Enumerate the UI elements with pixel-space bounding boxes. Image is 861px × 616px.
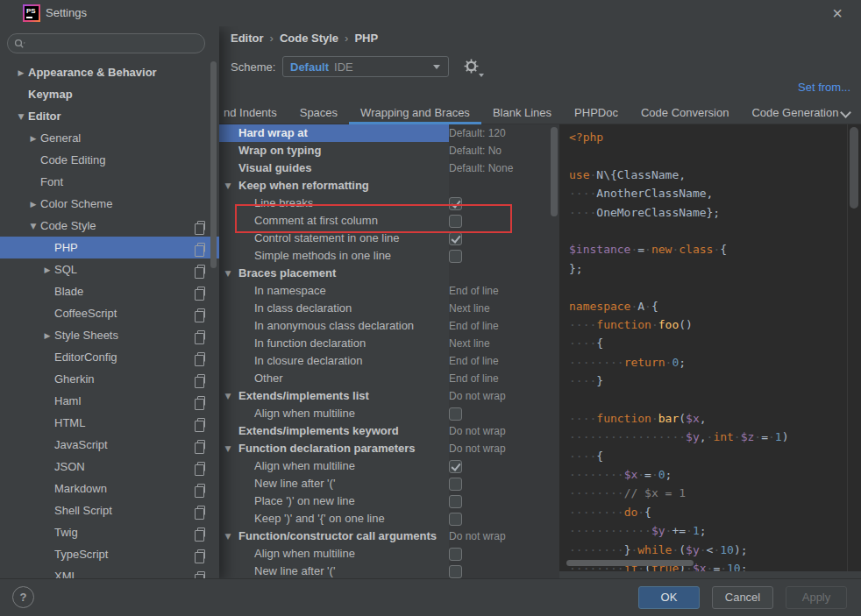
setting-value-cell: Default: 120 (449, 124, 559, 142)
tree-expand-arrow-icon[interactable]: ▶ (26, 194, 40, 216)
sidebar-item-code-editing[interactable]: Code Editing (0, 149, 219, 171)
sidebar-item-haml[interactable]: Haml (0, 390, 219, 412)
setting-row-extends-implements-keyword[interactable]: Extends/implements keywordDo not wrap (219, 422, 559, 440)
checkbox-align-when-multiline[interactable] (449, 460, 462, 473)
sidebar-item-javascript[interactable]: JavaScript (0, 434, 219, 456)
sidebar-item-label: Style Sheets (54, 329, 118, 342)
setting-row-new-line-after[interactable]: New line after '(' (219, 563, 559, 578)
sidebar-item-editor[interactable]: ▼Editor (0, 105, 219, 127)
help-button[interactable]: ? (12, 586, 34, 608)
tree-expand-arrow-icon[interactable]: ▶ (40, 325, 54, 347)
search-input[interactable] (30, 38, 188, 50)
setting-row-in-function-declaration[interactable]: In function declarationNext line (219, 335, 559, 352)
tab-nd-indents[interactable]: nd Indents (212, 102, 288, 124)
setting-row-align-when-multiline[interactable]: Align when multiline (219, 405, 559, 422)
sidebar-item-twig[interactable]: Twig (0, 521, 219, 543)
sidebar-item-code-style[interactable]: ▼Code Style (0, 215, 219, 237)
sidebar-item-xml[interactable]: XML (0, 565, 219, 578)
setting-row-other[interactable]: OtherEnd of line (219, 370, 559, 387)
setting-row-simple-methods-in-one-line[interactable]: Simple methods in one line (219, 247, 559, 265)
setting-row-new-line-after[interactable]: New line after '(' (219, 475, 559, 492)
checkbox-simple-methods-in-one-line[interactable] (449, 250, 462, 263)
sidebar-item-shell-script[interactable]: Shell Script (0, 499, 219, 521)
tree-expand-arrow-icon[interactable]: ▶ (26, 128, 40, 150)
sidebar-scrollbar[interactable] (210, 61, 217, 268)
checkbox-control-statement-in-one-line[interactable] (449, 232, 462, 245)
tab-code-conversion[interactable]: Code Conversion (630, 102, 740, 124)
tree-collapse-arrow-icon[interactable]: ▼ (223, 387, 233, 405)
sidebar-item-markdown[interactable]: Markdown (0, 478, 219, 499)
sidebar-item-blade[interactable]: Blade (0, 280, 219, 302)
tree-collapse-arrow-icon[interactable]: ▼ (223, 177, 233, 195)
tab-phpdoc[interactable]: PHPDoc (563, 102, 630, 124)
setting-row-align-when-multiline[interactable]: Align when multiline (219, 545, 559, 563)
sidebar-item-coffeescript[interactable]: CoffeeScript (0, 302, 219, 324)
setting-row-in-class-declaration[interactable]: In class declarationNext line (219, 300, 559, 317)
setting-row-comment-at-first-column[interactable]: Comment at first column (219, 212, 559, 230)
combo-dropdown-arrow-icon (433, 65, 440, 69)
sidebar-item-color-scheme[interactable]: ▶Color Scheme (0, 193, 219, 215)
setting-row-extends-implements-list[interactable]: ▼Extends/implements listDo not wrap (219, 387, 559, 405)
setting-row-in-namespace[interactable]: In namespaceEnd of line (219, 282, 559, 300)
checkbox-new-line-after[interactable] (449, 478, 462, 491)
setting-row-wrap-on-typing[interactable]: Wrap on typingDefault: No (219, 142, 559, 159)
checkbox-new-line-after[interactable] (449, 565, 462, 578)
sidebar-item-php[interactable]: PHP (0, 237, 219, 258)
sidebar-item-font[interactable]: Font (0, 171, 219, 193)
sidebar-item-json[interactable]: JSON (0, 456, 219, 478)
sidebar-item-gherkin[interactable]: Gherkin (0, 368, 219, 390)
setting-row-function-declaration-parameters[interactable]: ▼Function declaration parametersDo not w… (219, 440, 559, 457)
phpstorm-logo-icon: PS (23, 4, 40, 22)
tree-expand-arrow-icon[interactable]: ▶ (40, 259, 54, 281)
scheme-select[interactable]: Default IDE (282, 56, 449, 77)
setting-row-align-when-multiline[interactable]: Align when multiline (219, 457, 559, 475)
checkbox-keep-and-on-one-line[interactable] (449, 513, 462, 526)
tab-blank-lines[interactable]: Blank Lines (481, 102, 563, 124)
setting-row-keep-and-on-one-line[interactable]: Keep ')' and '{' on one line (219, 510, 559, 527)
code-horizontal-scrollbar[interactable] (566, 560, 694, 566)
setting-row-braces-placement[interactable]: ▼Braces placement (219, 265, 559, 282)
setting-row-line-breaks[interactable]: Line breaks (219, 195, 559, 212)
sidebar-item-editorconfig[interactable]: EditorConfig (0, 346, 219, 368)
setting-row-hard-wrap-at[interactable]: Hard wrap atDefault: 120 (219, 124, 559, 142)
cancel-button[interactable]: Cancel (712, 586, 773, 609)
checkbox-place-on-new-line[interactable] (449, 495, 462, 508)
setting-row-function-constructor-call-arguments[interactable]: ▼Function/constructor call argumentsDo n… (219, 527, 559, 545)
sidebar-item-general[interactable]: ▶General (0, 127, 219, 149)
sidebar-item-typescript[interactable]: TypeScript (0, 543, 219, 565)
tree-collapse-arrow-icon[interactable]: ▼ (223, 265, 233, 282)
tree-expand-arrow-icon[interactable]: ▶ (14, 62, 28, 84)
sidebar-item-style-sheets[interactable]: ▶Style Sheets (0, 324, 219, 346)
sidebar-item-keymap[interactable]: Keymap (0, 83, 219, 105)
tree-collapse-arrow-icon[interactable]: ▼ (223, 440, 233, 457)
sidebar-item-appearance-behavior[interactable]: ▶Appearance & Behavior (0, 61, 219, 83)
setting-row-visual-guides[interactable]: Visual guidesDefault: None (219, 159, 559, 177)
code-vertical-scrollbar[interactable] (850, 127, 858, 209)
breadcrumb-editor[interactable]: Editor (231, 32, 264, 45)
tab-spaces[interactable]: Spaces (288, 102, 349, 124)
tab-code-generation[interactable]: Code Generation (740, 102, 850, 124)
set-from-link[interactable]: Set from... (798, 81, 850, 94)
checkbox-line-breaks[interactable] (449, 197, 462, 210)
setting-row-control-statement-in-one-line[interactable]: Control statement in one line (219, 230, 559, 247)
sidebar-search[interactable] (7, 33, 205, 53)
tree-collapse-arrow-icon[interactable]: ▼ (26, 216, 40, 237)
tree-collapse-arrow-icon[interactable]: ▼ (223, 527, 233, 545)
scheme-settings-button[interactable] (464, 59, 483, 76)
ok-button[interactable]: OK (638, 586, 700, 609)
breadcrumb-code-style[interactable]: Code Style (280, 32, 338, 45)
checkbox-comment-at-first-column[interactable] (449, 215, 462, 228)
setting-row-in-anonymous-class-declaration[interactable]: In anonymous class declarationEnd of lin… (219, 317, 559, 335)
sidebar-item-html[interactable]: HTML (0, 412, 219, 434)
checkbox-align-when-multiline[interactable] (449, 548, 462, 561)
sidebar-item-sql[interactable]: ▶SQL (0, 258, 219, 280)
checkbox-align-when-multiline[interactable] (449, 407, 462, 421)
setting-row-in-closure-declaration[interactable]: In closure declarationEnd of line (219, 352, 559, 370)
setting-row-keep-when-reformatting[interactable]: ▼Keep when reformatting (219, 177, 559, 195)
setting-row-place-on-new-line[interactable]: Place ')' on new line (219, 492, 559, 510)
tree-collapse-arrow-icon[interactable]: ▼ (14, 106, 28, 128)
code-preview[interactable]: <?php use·N\{ClassName,····AnotherClassN… (559, 124, 861, 571)
close-icon[interactable]: × (826, 2, 849, 25)
settings-scrollbar[interactable] (551, 127, 558, 216)
tab-wrapping-and-braces[interactable]: Wrapping and Braces (349, 102, 481, 124)
